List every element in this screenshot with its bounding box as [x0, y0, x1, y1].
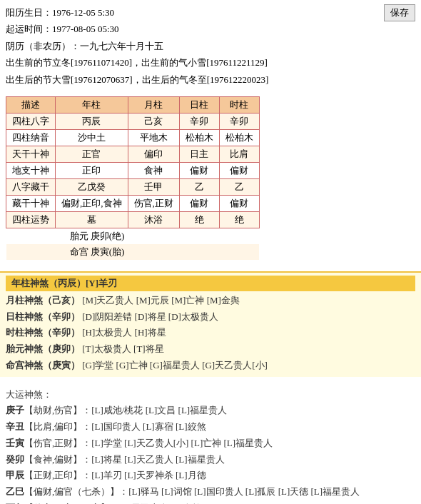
table-cell-label: 藏干十神: [6, 195, 56, 211]
table-cell-day: 辛卯: [179, 113, 219, 129]
lunar-value: 一九七六年十月十五: [80, 41, 163, 51]
save-button[interactable]: 保存: [384, 4, 415, 21]
table-cell-label: 四柱八字: [6, 113, 56, 129]
shensha-lines: 月柱神煞（己亥） [M]天乙贵人 [M]元辰 [M]亡神 [M]金舆日柱神煞（辛…: [6, 293, 415, 374]
table-cell-year: 墓: [56, 211, 128, 228]
table-cell-month: 偏印: [128, 146, 179, 162]
dayun-line: 乙巳【偏财,偏官（七杀）】：[L]驿马 [L]词馆 [L]国印贵人 [L]孤辰 …: [6, 484, 415, 500]
solar-birthday-line: 阳历生日：1976-12-05 5:30: [6, 4, 415, 21]
start-luck-value: 1977-08-05 05:30: [52, 24, 119, 34]
table-cell-month: 食神: [128, 162, 179, 178]
table-row: 四柱八字丙辰己亥辛卯辛卯: [6, 113, 260, 129]
lunar-label: 阴历（非农历）：: [6, 41, 80, 51]
solar-birthday-label: 阳历生日：: [6, 7, 52, 18]
table-row: 八字藏干乙戊癸壬甲乙乙: [6, 178, 260, 195]
table-cell-year: 丙辰: [56, 113, 128, 129]
start-luck-line: 起运时间：1977-08-05 05:30: [6, 21, 415, 37]
dayun-line: 辛丑【比肩,偏印】：[L]国印贵人 [L]寡宿 [L]絞煞: [6, 419, 415, 435]
dayun-line: 癸卯【食神,偏财】：[L]将星 [L]天乙贵人 [L]福星贵人: [6, 452, 415, 468]
table-extra-row: 命宫 庚寅(胎): [6, 244, 260, 260]
table-cell-label: 四柱运势: [6, 211, 56, 228]
section-divider2: [0, 377, 421, 384]
table-cell-hour: 比肩: [219, 146, 259, 162]
table-cell-hour: 乙: [219, 178, 259, 195]
table-cell-year: 乙戊癸: [56, 178, 128, 195]
year-shensha-header: 年柱神煞（丙辰）[Y]羊刃: [6, 276, 415, 291]
table-cell-month: 己亥: [128, 113, 179, 129]
table-cell-month: 伤官,正财: [128, 195, 179, 211]
table-cell-year: 正印: [56, 162, 128, 178]
col-header-year: 年柱: [56, 96, 128, 113]
table-cell-month: 沐浴: [128, 211, 179, 228]
dayun-title: 大运神煞：: [6, 387, 415, 403]
table-cell-day: 松柏木: [179, 129, 219, 146]
table-cell-month: 壬甲: [128, 178, 179, 195]
shensha-section: 年柱神煞（丙辰）[Y]羊刃 月柱神煞（己亥） [M]天乙贵人 [M]元辰 [M]…: [0, 271, 421, 377]
shensha-line: 胎元神煞（庚卯） [T]太极贵人 [T]将星: [6, 341, 415, 358]
shensha-line: 月柱神煞（己亥） [M]天乙贵人 [M]元辰 [M]亡神 [M]金舆: [6, 293, 415, 309]
dayun-line: 壬寅【伤官,正财】：[L]学堂 [L]天乙贵人[小] [L]亡神 [L]福星贵人: [6, 435, 415, 452]
col-header-month: 月柱: [128, 96, 179, 113]
top-section: 保存 阳历生日：1976-12-05 5:30 起运时间：1977-08-05 …: [0, 0, 421, 92]
table-extra-row: 胎元 庚卯(绝): [6, 228, 260, 244]
table-row: 四柱纳音沙中土平地木松柏木松柏木: [6, 129, 260, 146]
table-row: 天干十神正官偏印日主比肩: [6, 146, 260, 162]
col-header-day: 日柱: [179, 96, 219, 113]
shensha-line: 日柱神煞（辛卯） [D]阴阳差错 [D]将星 [D]太极贵人: [6, 309, 415, 326]
table-cell-year: 偏财,正印,食神: [56, 195, 128, 211]
solar-birthday-value: 1976-12-05 5:30: [52, 7, 114, 18]
festival-line1: 出生前的节立冬[197611071420]，出生前的气小雪[1976112211…: [6, 54, 415, 71]
table-cell-day: 偏财: [179, 195, 219, 211]
start-luck-label: 起运时间：: [6, 24, 52, 34]
table-cell-hour: 偏财: [219, 195, 259, 211]
table-row: 藏干十神偏财,正印,食神伤官,正财偏财偏财: [6, 195, 260, 211]
table-cell-hour: 偏财: [219, 162, 259, 178]
table-cell-hour: 松柏木: [219, 129, 259, 146]
table-row: 四柱运势墓沐浴绝绝: [6, 211, 260, 228]
section-divider: [0, 264, 421, 271]
dayun-line: 甲辰【正财,正印】：[L]羊刃 [L]天罗神杀 [L]月德: [6, 468, 415, 484]
col-header-desc: 描述: [6, 96, 56, 113]
shensha-line: 命宫神煞（庚寅） [G]学堂 [G]亡神 [G]福星贵人 [G]天乙贵人[小]: [6, 358, 415, 374]
col-header-hour: 时柱: [219, 96, 259, 113]
table-cell-label: 天干十神: [6, 146, 56, 162]
dayun-line: 庚子【劫财,伤官】：[L]咸池/桃花 [L]文昌 [L]福星贵人: [6, 403, 415, 419]
table-cell-label: 四柱纳音: [6, 129, 56, 146]
table-cell-day: 偏财: [179, 162, 219, 178]
table-cell-day: 乙: [179, 178, 219, 195]
table-cell-month: 平地木: [128, 129, 179, 146]
table-cell-day: 绝: [179, 211, 219, 228]
dayun-line: 丙午【偏官,正官；正官】：[L]天乙贵人 [L]炎煞: [6, 500, 415, 504]
shensha-line: 时柱神煞（辛卯） [H]太极贵人 [H]将星: [6, 325, 415, 341]
table-cell-year: 沙中土: [56, 129, 128, 146]
table-cell-year: 正官: [56, 146, 128, 162]
dayun-section: 大运神煞： 庚子【劫财,伤官】：[L]咸池/桃花 [L]文昌 [L]福星贵人辛丑…: [0, 384, 421, 504]
table-row: 地支十神正印食神偏财偏财: [6, 162, 260, 178]
lunar-line: 阴历（非农历）：一九七六年十月十五: [6, 38, 415, 54]
table-cell-hour: 绝: [219, 211, 259, 228]
dayun-lines: 庚子【劫财,伤官】：[L]咸池/桃花 [L]文昌 [L]福星贵人辛丑【比肩,偏印…: [6, 403, 415, 504]
table-cell-label: 地支十神: [6, 162, 56, 178]
table-cell-hour: 辛卯: [219, 113, 259, 129]
festival-line2: 出生后的节大雪[197612070637]，出生后的气冬至[1976122200…: [6, 71, 415, 88]
table-cell-day: 日主: [179, 146, 219, 162]
four-pillar-table: 描述 年柱 月柱 日柱 时柱 四柱八字丙辰己亥辛卯辛卯四柱纳音沙中土平地木松柏木…: [6, 96, 260, 260]
table-cell-label: 八字藏干: [6, 178, 56, 195]
